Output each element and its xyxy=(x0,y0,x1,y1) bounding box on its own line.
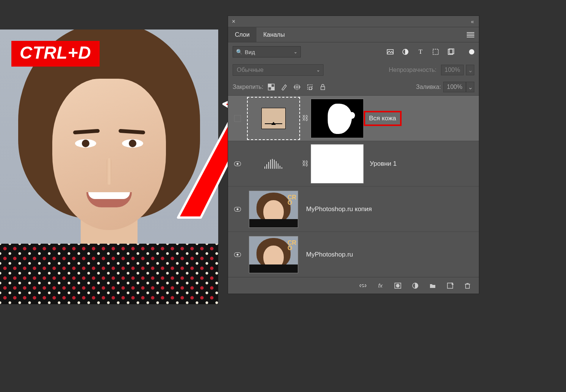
opacity-chevron[interactable]: ⌄ xyxy=(466,65,474,75)
layer-row[interactable]: ⛓ Вся кожа xyxy=(228,95,479,141)
new-group-icon[interactable] xyxy=(429,282,436,289)
photo-face xyxy=(52,79,166,230)
filter-smart-icon[interactable] xyxy=(447,48,455,56)
svg-rect-26 xyxy=(466,284,469,288)
visibility-toggle[interactable] xyxy=(234,207,241,212)
layer-name[interactable]: Уровни 1 xyxy=(364,160,397,168)
visibility-toggle[interactable] xyxy=(234,115,241,122)
tab-layers[interactable]: Слои xyxy=(228,27,256,42)
layer-thumbnail[interactable]: CRO xyxy=(247,233,300,276)
layer-filter-select[interactable]: 🔍 Вид ⌄ xyxy=(233,46,301,58)
blend-mode-select[interactable]: Обычные ⌄ xyxy=(233,64,324,76)
chevron-down-icon: ⌄ xyxy=(316,67,320,73)
fill-chevron[interactable]: ⌄ xyxy=(466,82,474,92)
lock-label: Закрепить: xyxy=(233,84,263,90)
layer-row[interactable]: ⛓ Уровни 1 xyxy=(228,141,479,186)
layer-row[interactable]: CRO MyPhotoshop.ru xyxy=(228,232,479,277)
filter-shape-icon[interactable] xyxy=(432,48,439,56)
add-adjustment-icon[interactable] xyxy=(411,282,419,289)
new-layer-icon[interactable] xyxy=(446,282,454,289)
layer-mask-thumbnail[interactable] xyxy=(311,144,364,184)
search-icon: 🔍 xyxy=(236,49,242,55)
filter-row: 🔍 Вид ⌄ T xyxy=(228,42,479,61)
svg-rect-3 xyxy=(433,49,438,54)
shortcut-badge: CTRL+D xyxy=(11,41,100,67)
layer-name[interactable]: MyPhotoshop.ru копия xyxy=(300,205,372,213)
photo-brow xyxy=(119,129,145,135)
collapse-icon[interactable] xyxy=(470,20,475,23)
photo-background xyxy=(0,30,218,304)
layers-panel: × Слои Каналы 🔍 Вид ⌄ T Обычные ⌄ Непроз… xyxy=(228,16,479,294)
filter-type-icon[interactable]: T xyxy=(417,48,424,56)
blend-mode-value: Обычные xyxy=(237,67,264,73)
lock-all-icon[interactable] xyxy=(319,84,326,90)
opacity-label: Непрозрачность: xyxy=(389,67,436,73)
photo-eye xyxy=(75,139,96,148)
chevron-down-icon: ⌄ xyxy=(294,49,297,54)
panel-footer: fx xyxy=(228,277,479,294)
lock-row: Закрепить: Заливка: 100% ⌄ xyxy=(228,79,479,95)
blend-row: Обычные ⌄ Непрозрачность: 100% ⌄ xyxy=(228,61,479,79)
lock-artboard-icon[interactable] xyxy=(306,84,313,90)
svg-rect-11 xyxy=(321,87,325,90)
adjustment-thumbnail[interactable] xyxy=(247,97,300,140)
lock-pixels-icon[interactable] xyxy=(281,84,288,90)
document-canvas: CTRL+D xyxy=(0,30,218,304)
tab-channels[interactable]: Каналы xyxy=(256,27,292,42)
svg-rect-8 xyxy=(271,87,274,90)
link-layers-icon[interactable] xyxy=(359,282,367,289)
panel-top-bar: × xyxy=(228,16,479,27)
photo-dress xyxy=(0,244,218,304)
photo-eye xyxy=(122,139,143,148)
photo-nose xyxy=(106,158,112,185)
filter-pixel-icon[interactable] xyxy=(386,48,394,56)
layer-name[interactable]: Вся кожа xyxy=(364,111,402,126)
add-mask-icon[interactable] xyxy=(394,282,402,289)
layer-mask-thumbnail[interactable] xyxy=(311,99,364,138)
opacity-value[interactable]: 100% xyxy=(441,65,464,75)
delete-layer-icon[interactable] xyxy=(464,282,471,289)
lock-transparent-icon[interactable] xyxy=(268,84,275,90)
layer-fx-icon[interactable]: fx xyxy=(377,282,384,289)
close-icon[interactable]: × xyxy=(232,18,235,25)
panel-menu-icon[interactable] xyxy=(467,32,474,37)
levels-icon xyxy=(263,158,284,170)
lock-icons xyxy=(268,84,326,90)
visibility-toggle[interactable] xyxy=(234,162,241,166)
layers-list: ⛓ Вся кожа ⛓ Уровни 1 CRO MyPhotoshop.ru… xyxy=(228,95,479,277)
filter-toggle[interactable] xyxy=(469,49,474,54)
filter-adjust-icon[interactable] xyxy=(402,48,409,56)
lock-position-icon[interactable] xyxy=(294,84,300,90)
fill-label: Заливка: xyxy=(416,84,441,90)
photo-brow xyxy=(73,129,100,135)
adjustment-thumbnail[interactable] xyxy=(247,142,300,185)
layer-name[interactable]: MyPhotoshop.ru xyxy=(300,251,353,258)
link-icon[interactable]: ⛓ xyxy=(300,160,311,168)
svg-rect-7 xyxy=(268,84,271,87)
fill-value[interactable]: 100% xyxy=(443,82,466,92)
panel-tabs: Слои Каналы xyxy=(228,27,479,42)
layer-row[interactable]: CRO MyPhotoshop.ru копия xyxy=(228,186,479,232)
svg-point-23 xyxy=(396,284,399,287)
layer-thumbnail[interactable]: CRO xyxy=(247,188,300,231)
photo-teeth xyxy=(88,192,130,199)
filter-icons: T xyxy=(386,48,474,56)
link-icon[interactable]: ⛓ xyxy=(300,114,311,122)
filter-label: Вид xyxy=(245,49,255,55)
visibility-toggle[interactable] xyxy=(234,252,241,257)
